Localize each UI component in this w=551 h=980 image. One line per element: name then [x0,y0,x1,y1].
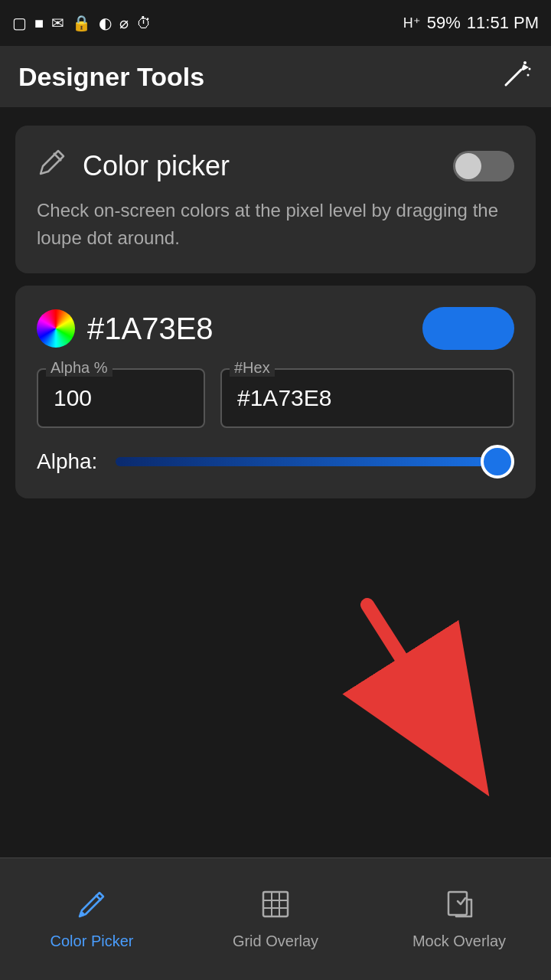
alpha-input-group: Alpha % [37,368,205,428]
hex-field-label: #Hex [230,359,275,377]
svg-line-5 [54,153,61,161]
alpha-label: Alpha: [37,449,97,474]
nav-item-color-picker[interactable]: Color Picker [0,858,184,980]
color-picker-title-row: Color picker [37,147,230,185]
slider-track [116,457,514,466]
svg-rect-10 [263,892,288,916]
slider-thumb[interactable] [481,445,514,479]
nav-item-mock-overlay[interactable]: Mock Overlay [367,858,551,980]
color-picker-header: Color picker [37,147,514,185]
magic-wand-icon[interactable] [502,58,533,95]
bottom-nav: Color Picker Grid Overlay Mock Overlay [0,858,551,980]
grid-overlay-nav-icon [260,889,291,926]
app-bar-title: Designer Tools [18,62,204,92]
eyedropper-icon [37,147,67,185]
color-picker-title: Color picker [83,150,230,182]
stop-icon: ■ [34,15,44,32]
time-text: 11:51 PM [467,13,539,33]
svg-point-4 [527,74,530,77]
svg-rect-15 [448,892,467,915]
status-bar: ▢ ■ ✉ 🔒 ◐ ⌀ ⏱ H⁺ 59% 11:51 PM [0,0,551,46]
color-detail-left: #1A73E8 [37,309,214,348]
color-detail-header: #1A73E8 [37,307,514,350]
hex-input[interactable] [220,368,514,428]
nav-label-mock-overlay: Mock Overlay [412,933,506,950]
svg-point-3 [529,68,531,70]
input-row: Alpha % #Hex [37,368,514,428]
app-bar: Designer Tools [0,46,551,107]
svg-marker-1 [521,64,529,70]
lock-icon: 🔒 [72,14,91,32]
status-bar-left: ▢ ■ ✉ 🔒 ◐ ⌀ ⏱ [12,14,152,32]
color-wheel-icon [37,309,75,348]
alpha-slider-row: Alpha: [37,446,514,477]
instagram-icon: ▢ [12,14,27,32]
color-picker-nav-icon [77,889,107,926]
svg-point-9 [80,912,84,916]
status-bar-right: H⁺ 59% 11:51 PM [403,13,539,33]
alpha-input[interactable] [37,368,205,428]
nav-label-color-picker: Color Picker [51,933,134,950]
color-detail-card: #1A73E8 Alpha % #Hex Alpha: [15,286,536,498]
color-picker-card: Color picker Check on-screen colors at t… [15,126,536,273]
arrow-indicator [337,590,505,804]
color-picker-description: Check on-screen colors at the pixel leve… [37,197,514,252]
messenger-icon: ✉ [51,14,64,32]
svg-line-8 [96,895,101,900]
alarm-icon: ⏱ [136,15,152,32]
nav-label-grid-overlay: Grid Overlay [233,933,318,950]
color-preview-box [422,307,514,350]
cast-icon: ◐ [99,14,112,32]
toggle-knob [455,153,481,179]
battery-text: 59% [427,13,461,33]
hex-input-group: #Hex [220,368,514,428]
signal-icon: H⁺ [403,15,421,31]
svg-line-7 [367,605,474,773]
alpha-slider[interactable] [116,446,514,477]
minus-icon: ⌀ [119,14,129,32]
mock-overlay-nav-icon [444,889,474,926]
nav-item-grid-overlay[interactable]: Grid Overlay [184,858,367,980]
main-content: Color picker Check on-screen colors at t… [0,107,551,517]
svg-point-2 [523,61,527,64]
svg-line-0 [506,70,521,85]
color-picker-toggle[interactable] [453,151,514,181]
alpha-field-label: Alpha % [46,359,112,377]
color-hex-display: #1A73E8 [87,312,214,346]
